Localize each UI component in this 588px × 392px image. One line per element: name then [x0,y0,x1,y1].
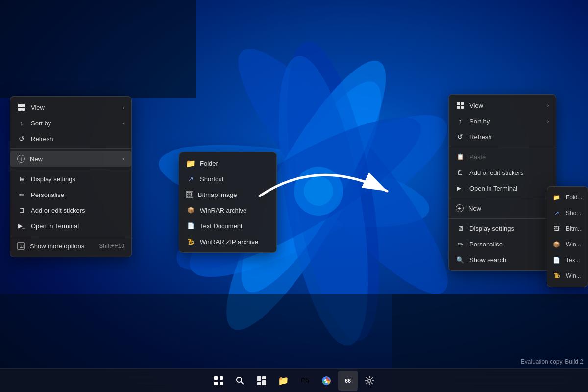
chrome-button[interactable] [317,371,336,391]
left-menu-new[interactable]: + New › [10,151,131,167]
refresh-icon: ↺ [17,134,26,143]
right-menu-view[interactable]: View › [449,98,556,113]
right-menu-sort-by[interactable]: ↕ Sort by › [449,113,556,129]
display-icon: 🖥 [17,174,26,183]
submenu-text-doc[interactable]: 📄 Text Document [179,218,276,234]
right-show-search-label: Show search [469,256,549,264]
right-menu-personalise[interactable]: ✏ Personalise [449,236,556,252]
right-refresh-label: Refresh [469,133,549,141]
file-explorer-button[interactable]: 📁 [273,371,293,391]
far-text-label: Tex... [566,257,580,264]
far-shortcut-label: Sho... [566,210,581,217]
widgets-button[interactable] [252,371,271,391]
right-refresh-icon: ↺ [456,132,465,141]
submenu-winrar-zip[interactable]: 🗜 WinRAR ZIP archive [179,234,276,249]
stickers-icon: 🗒 [17,206,26,215]
submenu-bitmap[interactable]: 🖼 Bitmap image [179,187,276,202]
submenu-winrar[interactable]: 📦 WinRAR archive [179,202,276,218]
left-menu-personalise[interactable]: ✏ Personalise [10,187,131,202]
terminal-label: Open in Terminal [31,222,124,230]
start-icon [214,376,223,385]
right-stickers-label: Add or edit stickers [469,169,549,176]
winrar-zip-label: WinRAR ZIP archive [200,238,270,245]
far-bitmap-label: Bitm... [566,225,583,232]
chrome-icon [321,376,331,386]
svg-rect-21 [262,376,266,379]
shortcut-icon: ↗ [186,174,195,183]
show-more-icon: ⊡ [17,242,25,250]
left-menu-stickers[interactable]: 🗒 Add or edit stickers [10,202,131,218]
right-menu-terminal[interactable]: ▶_ Open in Terminal [449,180,556,196]
left-menu-view[interactable]: View › [10,99,131,115]
show-more-shortcut: Shift+F10 [99,243,124,249]
left-menu-sort-by[interactable]: ↕ Sort by › [10,115,131,131]
divider-2 [10,169,131,169]
right-new-icon: + [456,204,464,212]
view-label: View [31,104,118,111]
stickers-label: Add or edit stickers [31,207,124,214]
settings-icon [365,376,374,385]
sort-label: Sort by [31,120,118,127]
view-icon [17,103,26,112]
file-explorer-icon: 📁 [278,375,289,386]
far-folder-icon: 📁 [552,193,561,202]
left-menu-show-more[interactable]: ⊡ Show more options Shift+F10 [10,238,131,254]
svg-point-26 [368,379,371,382]
svg-rect-14 [214,376,218,380]
svg-rect-23 [262,380,266,385]
store-button[interactable]: 🛍 [295,371,315,391]
left-menu-terminal[interactable]: ▶_ Open in Terminal [10,218,131,234]
svg-line-19 [241,382,244,384]
far-right-bitmap[interactable]: 🖼 Bitm... [547,221,588,237]
right-menu-show-search[interactable]: 🔍 Show search [449,252,556,268]
new-submenu: 📁 Folder ↗ Shortcut 🖼 Bitmap image 📦 Win… [179,152,277,253]
right-menu-stickers[interactable]: 🗒 Add or edit stickers [449,165,556,180]
winrar-label: WinRAR archive [200,207,270,214]
right-menu-refresh[interactable]: ↺ Refresh [449,129,556,145]
store-icon: 🛍 [301,376,309,386]
display-label: Display settings [31,175,124,183]
far-right-winrar[interactable]: 📦 Win... [547,237,588,252]
submenu-shortcut[interactable]: ↗ Shortcut [179,171,276,187]
view-arrow: › [123,105,124,110]
counter-button[interactable]: 66 [338,371,358,391]
folder-label: Folder [200,160,270,167]
far-folder-label: Fold... [566,194,582,201]
far-shortcut-icon: ↗ [552,209,561,218]
right-paste-label: Paste [469,153,549,161]
right-context-menu: View › ↕ Sort by › ↺ Refresh 📋 Paste 🗒 A… [448,94,556,271]
far-right-text[interactable]: 📄 Tex... [547,252,588,268]
far-right-zip[interactable]: 🗜 Win... [547,268,588,284]
right-view-label: View [469,102,542,109]
left-menu-refresh[interactable]: ↺ Refresh [10,131,131,147]
right-personalise-icon: ✏ [456,240,465,248]
show-more-label: Show more options [30,243,84,250]
right-view-icon [456,101,465,110]
right-menu-paste: 📋 Paste [449,149,556,165]
right-menu-new[interactable]: + New › [449,200,556,216]
far-zip-icon: 🗜 [552,271,561,280]
divider-3 [10,236,131,236]
counter-icon: 66 [345,378,351,384]
far-right-folder[interactable]: 📁 Fold... [547,190,588,205]
settings-button[interactable] [360,371,379,391]
winrar-icon: 📦 [186,206,195,215]
divider-1 [10,148,131,149]
right-divider-2 [449,198,556,198]
right-terminal-icon: ▶_ [456,184,465,193]
far-winrar-label: Win... [566,241,581,248]
left-menu-display-settings[interactable]: 🖥 Display settings [10,171,131,187]
far-text-icon: 📄 [552,256,561,265]
submenu-folder[interactable]: 📁 Folder [179,155,276,171]
search-button[interactable] [230,371,250,391]
start-button[interactable] [209,371,228,391]
right-personalise-label: Personalise [469,241,549,248]
shortcut-label: Shortcut [200,175,270,183]
svg-point-18 [237,377,242,382]
svg-rect-15 [220,376,223,380]
right-menu-display-settings[interactable]: 🖥 Display settings [449,220,556,236]
new-arrow: › [123,156,124,162]
far-right-submenu: 📁 Fold... ↗ Sho... 🖼 Bitm... 📦 Win... 📄 … [547,186,588,287]
far-right-shortcut[interactable]: ↗ Sho... [547,205,588,221]
svg-rect-16 [214,382,218,385]
